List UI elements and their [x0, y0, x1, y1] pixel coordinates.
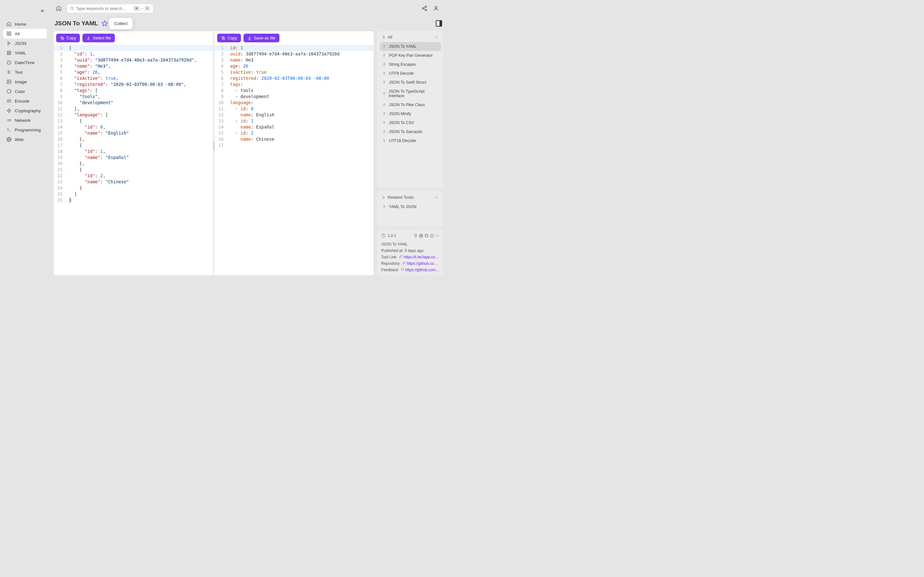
chevron-down-icon[interactable] — [435, 195, 439, 200]
svg-rect-9 — [7, 53, 9, 55]
github-icon[interactable] — [425, 234, 429, 238]
sidebar-collapse-button[interactable] — [40, 8, 45, 13]
svg-line-25 — [423, 7, 425, 8]
pin-icon — [383, 205, 386, 209]
chat-icon — [401, 268, 404, 272]
sidebar-item-all[interactable]: All — [3, 29, 47, 39]
user-icon[interactable] — [433, 5, 439, 11]
globe-icon[interactable] — [419, 234, 423, 238]
topbar: ⌘ + K — [50, 0, 447, 17]
sidebar-item-text[interactable]: Text — [3, 67, 47, 77]
sidebar-item-cryptography[interactable]: Cryptography — [3, 106, 47, 115]
pin-icon — [383, 45, 386, 48]
page-title: JSON To YAML — [55, 20, 98, 27]
rail-item[interactable]: UTF16 Decode — [380, 136, 441, 145]
search-shortcut: ⌘ + K — [133, 6, 150, 11]
sidebar-item-image[interactable]: Image — [3, 77, 47, 87]
rail-item[interactable]: PGP Key Pair Generator — [380, 51, 441, 60]
home-icon — [6, 21, 11, 27]
home-button[interactable] — [54, 3, 63, 13]
search-input[interactable] — [76, 6, 131, 11]
published-label: Published at: — [381, 248, 403, 253]
sidebar-item-label: Home — [15, 22, 26, 27]
rail-item-label: JSON To TypeScript Interface — [389, 89, 438, 98]
pin-icon — [383, 71, 386, 75]
rail-item[interactable]: JSON To Sarcastic — [380, 127, 441, 136]
rail-item-label: PGP Key Pair Generator — [389, 53, 433, 58]
rail-item[interactable]: JSON To Pike Class — [380, 100, 441, 109]
rail-item[interactable]: String Escapes — [380, 60, 441, 69]
rail-item[interactable]: UTF8 Decode — [380, 69, 441, 78]
all-tools-header: All — [388, 35, 393, 39]
version-label: 1.0.1 — [388, 234, 396, 238]
pin-icon — [383, 92, 386, 95]
network-icon — [6, 118, 11, 123]
share-icon[interactable] — [422, 5, 427, 11]
pin-icon — [383, 103, 386, 107]
svg-rect-1 — [9, 32, 11, 33]
svg-point-23 — [422, 8, 424, 9]
svg-rect-10 — [9, 53, 11, 55]
sidebar-item-encode[interactable]: Encode — [3, 96, 47, 106]
select-file-button[interactable]: Select file — [82, 34, 115, 42]
copy-input-button[interactable]: Copy — [56, 34, 80, 42]
chevron-down-icon[interactable] — [435, 35, 439, 39]
rail-item[interactable]: JSON To CSV — [380, 118, 441, 127]
title-row: JSON To YAML Collect — [50, 17, 447, 31]
right-rail: All JSON To YAMLPGP Key Pair GeneratorSt… — [377, 31, 443, 276]
layout-toggle-button[interactable] — [436, 20, 442, 27]
sidebar-item-web[interactable]: Web — [3, 135, 47, 144]
rail-item[interactable]: YAML To JSON — [380, 202, 441, 211]
rail-item-label: UTF16 Decode — [389, 139, 416, 143]
related-tools-panel: Related Tools YAML To JSON — [377, 191, 443, 226]
feedback-link[interactable]: https://github.com/… — [405, 268, 439, 272]
yaml-viewer[interactable]: 1id: 12uuid: 3d877494-e7d4-48e3-aa7a-164… — [215, 45, 374, 276]
save-as-file-button[interactable]: Save as file — [244, 34, 279, 42]
pin-icon — [382, 35, 386, 39]
sidebar-item-network[interactable]: Network — [3, 115, 47, 125]
pin-icon — [383, 53, 386, 57]
wrench-icon — [382, 195, 386, 199]
pin-icon — [383, 112, 386, 116]
copy-output-button[interactable]: Copy — [217, 34, 241, 42]
sidebar-item-json[interactable]: JSON — [3, 39, 47, 48]
sidebar-item-label: Cryptography — [15, 108, 41, 113]
plug-icon[interactable] — [414, 234, 418, 238]
rail-item-label: JSON To YAML — [389, 44, 417, 49]
rail-item-label: String Escapes — [389, 62, 416, 67]
sidebar-item-home[interactable]: Home — [3, 19, 47, 29]
favorite-star-button[interactable] — [102, 20, 108, 27]
search-icon — [69, 6, 74, 11]
rail-item[interactable]: JSON To Swift Struct — [380, 78, 441, 87]
output-pane: Copy Save as file 1id: 12uuid: 3d877494-… — [215, 31, 374, 276]
pin-icon — [383, 139, 386, 143]
repo-link[interactable]: https://github.com… — [407, 261, 439, 266]
sidebar-item-label: Image — [15, 79, 27, 84]
cryptography-icon — [6, 108, 11, 113]
tool-link[interactable]: https://t.he3app.co… — [404, 255, 439, 259]
chevron-down-icon[interactable] — [435, 234, 439, 238]
check-icon[interactable] — [430, 234, 434, 238]
datetime-icon — [6, 60, 11, 65]
rail-item[interactable]: JSON To TypeScript Interface — [380, 87, 441, 100]
sidebar-item-programming[interactable]: Programming — [3, 125, 47, 135]
rail-item[interactable]: JSON Minify — [380, 109, 441, 118]
search-box[interactable]: ⌘ + K — [67, 4, 153, 13]
json-editor[interactable]: 1˅{2 "id": 1,3 "uuid": "3d877494-e7d4-48… — [53, 45, 213, 276]
color-icon — [6, 89, 11, 94]
pane-resizer[interactable] — [213, 31, 215, 276]
svg-line-21 — [73, 9, 73, 10]
rail-item[interactable]: JSON To YAML — [380, 42, 441, 51]
all-tools-panel: All JSON To YAMLPGP Key Pair GeneratorSt… — [377, 31, 443, 188]
svg-point-20 — [70, 7, 73, 9]
rail-item-label: JSON Minify — [389, 111, 411, 116]
yaml-icon — [6, 50, 11, 55]
svg-rect-8 — [9, 51, 11, 53]
link-icon — [399, 255, 402, 259]
sidebar-item-label: Programming — [15, 127, 41, 132]
svg-point-5 — [8, 44, 9, 45]
web-icon — [6, 137, 11, 142]
sidebar-item-datetime[interactable]: Date/Time — [3, 58, 47, 67]
sidebar-item-color[interactable]: Color — [3, 87, 47, 96]
sidebar-item-yaml[interactable]: YAML — [3, 48, 47, 58]
